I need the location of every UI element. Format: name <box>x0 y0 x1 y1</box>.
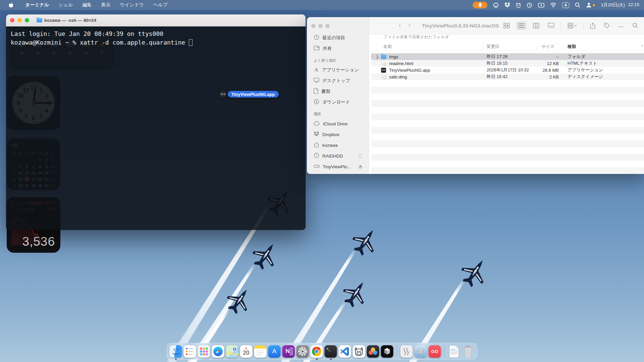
terminal-titlebar[interactable]: kozawa — -zsh — 80×24 <box>6 14 306 26</box>
forward-button[interactable]: › <box>408 21 411 30</box>
column-name[interactable]: 名前 <box>383 44 392 50</box>
file-row-imgs[interactable]: ❯imgs昨日 17:26--フォルダ <box>371 53 644 60</box>
file-kind: ディスクイメージ <box>568 74 603 80</box>
minimize-button[interactable] <box>17 18 22 22</box>
dock-vscode-icon[interactable] <box>339 345 351 358</box>
sidebar-item-desktop[interactable]: デスクトップ <box>311 76 365 85</box>
downloads-icon <box>314 99 319 106</box>
dock-unity-icon[interactable] <box>381 345 393 358</box>
input-source-icon[interactable]: A <box>562 2 569 8</box>
zoom-button[interactable] <box>325 24 330 28</box>
column-date[interactable]: 変更日 <box>487 44 499 50</box>
more-options-icon[interactable]: … <box>616 21 626 30</box>
dock-maps-icon[interactable] <box>226 345 238 358</box>
view-columns-button[interactable] <box>531 21 541 30</box>
file-row-xattr.dmg[interactable]: xattr.dmg昨日 15:422 KBディスクイメージ <box>371 73 644 80</box>
zoom-button[interactable] <box>25 18 29 22</box>
apple-menu[interactable] <box>8 2 13 8</box>
sidebar-item-home[interactable]: kozawa <box>311 141 365 149</box>
dock-tinyviewplus-icon[interactable] <box>400 345 413 358</box>
menu-view[interactable]: 表示 <box>96 0 115 10</box>
sidebar-item-applications[interactable]: Aアプリケーション <box>311 66 365 74</box>
dock-reminders-icon[interactable] <box>184 345 196 358</box>
menu-edit[interactable]: 編集 <box>77 0 96 10</box>
dock-go-icon[interactable]: GO <box>429 345 441 358</box>
ollama-menu-icon[interactable] <box>516 1 521 9</box>
menu-help[interactable]: ヘルプ <box>149 0 172 10</box>
view-list-button[interactable] <box>516 21 527 30</box>
sort-ascending-indicator[interactable]: ^ <box>641 44 643 48</box>
back-button[interactable]: ‹ <box>398 21 401 30</box>
eject-icon[interactable] <box>358 165 363 169</box>
dock-terminal-icon[interactable]: >_ <box>325 345 337 358</box>
dock-ollama-icon[interactable] <box>353 345 365 358</box>
close-button[interactable] <box>10 18 14 22</box>
tag-icon[interactable] <box>602 21 612 30</box>
list-header[interactable]: 名前 変更日 サイズ 種類 ^ <box>371 43 644 51</box>
sidebar-item-label: 書類 <box>321 88 330 95</box>
file-row-readme.html[interactable]: readme.html昨日 18:1512 KBHTMLテキスト <box>371 60 644 67</box>
sidebar-item-downloads[interactable]: ダウンロード <box>311 98 365 107</box>
sidebar-item-clock[interactable]: 最近の項目 <box>311 34 365 42</box>
column-kind[interactable]: 種類 <box>568 44 576 50</box>
dock-document-icon[interactable] <box>448 345 461 358</box>
window-controls[interactable] <box>311 24 330 28</box>
menu-bar-clock[interactable]: 1月20日(火) 12:15 <box>601 2 639 8</box>
share-icon[interactable] <box>588 21 597 30</box>
disclosure-triangle[interactable]: ❯ <box>376 55 379 59</box>
menu-bar-time: 12:15 <box>628 2 639 8</box>
column-size[interactable]: サイズ <box>541 44 554 50</box>
minimize-button[interactable] <box>318 24 323 28</box>
icloud-icon <box>314 121 320 127</box>
menu-window[interactable]: ウインドウ <box>115 0 149 10</box>
sidebar-item-label: TinyViewPlu... <box>323 164 351 169</box>
terminal-window[interactable]: kozawa — -zsh — 80×24 Last login: Tue Ja… <box>6 14 306 230</box>
time-machine-icon[interactable] <box>527 1 532 9</box>
display-icon[interactable] <box>538 1 544 9</box>
documents-icon <box>314 88 318 95</box>
file-size: 2 KB <box>512 74 559 79</box>
clock-icon <box>314 35 319 41</box>
dock-calendar-icon[interactable]: 火20 <box>240 345 253 358</box>
wifi-icon[interactable] <box>550 1 556 9</box>
dock-tinyviewplus-ng-icon[interactable] <box>415 345 427 358</box>
dock-system-settings-icon[interactable] <box>297 345 309 358</box>
sidebar-item-timemachine[interactable]: RAIDHDD <box>311 152 365 160</box>
dock-trash-icon[interactable] <box>462 345 475 358</box>
dock-notes-icon[interactable] <box>254 345 267 358</box>
user-switch-icon[interactable] <box>586 1 595 9</box>
terminal-content[interactable]: Last login: Tue Jan 20 08:49:39 on ttys0… <box>6 26 306 230</box>
dock-app-store-icon[interactable]: A <box>268 345 281 358</box>
view-grid-button[interactable] <box>501 21 512 30</box>
group-button[interactable] <box>566 21 579 30</box>
microphone-indicator[interactable] <box>473 2 487 8</box>
sidebar-item-documents[interactable]: 書類 <box>311 87 365 96</box>
close-button[interactable] <box>311 24 316 28</box>
dock-chrome-icon[interactable] <box>311 345 323 358</box>
dropbox-menu-icon[interactable] <box>504 1 510 9</box>
dock-davinci-resolve-icon[interactable] <box>367 345 379 358</box>
sidebar-item-icloud[interactable]: iCloud Drive <box>311 119 365 128</box>
drag-item[interactable]: TinyViewPlusNG.app <box>220 91 279 98</box>
home-icon <box>314 142 319 148</box>
dock-launchpad-icon[interactable] <box>198 345 210 358</box>
menu-app-name[interactable]: ターミナル <box>20 0 54 10</box>
sidebar-item-shared-folder[interactable]: 共有 <box>311 44 365 53</box>
sidebar-item-dropbox[interactable]: Dropbox <box>311 130 365 139</box>
search-icon[interactable] <box>630 21 640 30</box>
finder-window[interactable]: 最近の項目共有よく使う項目Aアプリケーションデスクトップ書類ダウンロード場所iC… <box>307 17 644 174</box>
applications-icon: A <box>314 67 319 73</box>
running-indicator <box>175 359 176 360</box>
dock-finder-icon[interactable] <box>170 345 182 358</box>
mic-active-dot <box>593 4 595 6</box>
dock-safari-icon[interactable] <box>212 345 224 358</box>
sidebar-item-label: iCloud Drive <box>323 121 348 126</box>
dock-onenote-icon[interactable]: N <box>282 345 295 358</box>
view-gallery-button[interactable] <box>546 21 556 30</box>
file-row-TinyViewPlusNG.app[interactable]: TinyViewPlusNG.app2026年1月17日 10:3228.6 M… <box>371 67 644 73</box>
sidebar-item-external-disk[interactable]: TinyViewPlu... <box>311 162 365 171</box>
spotlight-icon[interactable] <box>575 1 580 9</box>
dock-separator <box>444 345 445 358</box>
ring-app-icon[interactable] <box>493 1 499 9</box>
menu-shell[interactable]: シェル <box>54 0 77 10</box>
